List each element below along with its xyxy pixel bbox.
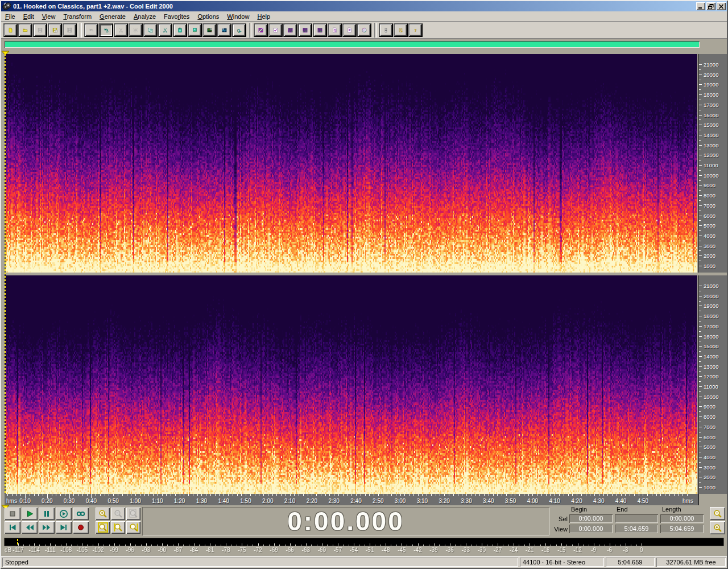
menu-item-analyze[interactable]: Analyze bbox=[130, 12, 160, 21]
toolbar-group-waveform-2-button[interactable] bbox=[298, 23, 312, 37]
sel-end-field[interactable] bbox=[615, 514, 658, 523]
toolbar-group-waveform-1-button[interactable] bbox=[283, 23, 297, 37]
menu-item-options[interactable]: Options bbox=[193, 12, 223, 21]
toolbar-cut-button[interactable] bbox=[158, 23, 172, 37]
freq-tick bbox=[699, 175, 702, 176]
vertical-zoom-out-button[interactable] bbox=[710, 507, 725, 520]
toolbar-batch-process-button[interactable]: Q bbox=[232, 23, 246, 37]
freq-label: 4000 bbox=[704, 233, 715, 239]
zoom-in-button[interactable] bbox=[96, 508, 110, 520]
db-label: -9 bbox=[591, 547, 596, 553]
titlebar[interactable]: 01. Hooked on Classics, part1 +2.wav - C… bbox=[1, 1, 727, 11]
toolbar-mix-paste-button[interactable] bbox=[202, 23, 217, 37]
stop-button[interactable] bbox=[5, 508, 20, 520]
toolbar-repeat-last-command-button[interactable] bbox=[99, 23, 113, 37]
time-tick bbox=[246, 494, 246, 496]
close-button[interactable] bbox=[717, 2, 726, 10]
zoom-in-left-button[interactable] bbox=[111, 521, 125, 534]
toolbar-save-button[interactable] bbox=[33, 23, 47, 37]
fast-forward-button[interactable] bbox=[39, 521, 55, 534]
zoom-to-selection-button[interactable] bbox=[96, 521, 110, 534]
toolbar-convert-sample-type-button[interactable] bbox=[217, 23, 231, 37]
spectrogram-right-channel[interactable] bbox=[5, 275, 697, 494]
toolbar-cue-list-doc-button[interactable]: Q bbox=[328, 23, 342, 37]
time-tick bbox=[281, 494, 282, 496]
minimize-button[interactable] bbox=[696, 2, 705, 10]
freq-tick bbox=[699, 286, 702, 286]
sel-length-field[interactable]: 0:00.000 bbox=[660, 514, 704, 523]
toolbar-save-selection-button[interactable] bbox=[63, 23, 77, 37]
vertical-zoom-in-button[interactable] bbox=[710, 521, 725, 534]
view-length-field[interactable]: 5:04.659 bbox=[660, 525, 704, 533]
zoom-full-button[interactable] bbox=[126, 508, 140, 520]
time-tick bbox=[369, 494, 370, 496]
db-label: -72 bbox=[254, 547, 262, 553]
time-label: 0:50 bbox=[107, 498, 118, 504]
sel-begin-field[interactable]: 0:00.000 bbox=[569, 514, 613, 523]
toolbar-play-list-doc-button[interactable]: P bbox=[342, 23, 357, 37]
menu-item-transform[interactable]: Transform bbox=[59, 12, 96, 21]
freq-tick bbox=[699, 306, 702, 306]
toolbar-open-file-button[interactable] bbox=[18, 23, 32, 37]
toolbar-trim-button[interactable] bbox=[114, 23, 128, 37]
time-tick bbox=[361, 494, 361, 496]
db-label: -12 bbox=[573, 547, 581, 553]
menu-item-window[interactable]: Window bbox=[223, 12, 253, 21]
time-tick bbox=[43, 494, 43, 496]
menu-item-generate[interactable]: Generate bbox=[96, 12, 130, 21]
spectrogram-left-channel[interactable] bbox=[5, 54, 697, 273]
time-tick bbox=[321, 494, 321, 496]
view-end-field[interactable]: 5:04.659 bbox=[615, 525, 658, 533]
freq-label: 16000 bbox=[704, 112, 718, 118]
overview-position-marker[interactable] bbox=[1, 48, 10, 53]
menu-item-view[interactable]: View bbox=[38, 12, 60, 21]
toolbar-group-waveform-3-button[interactable] bbox=[313, 23, 327, 37]
menu-item-file[interactable]: File bbox=[1, 12, 19, 21]
toolbar-cd-player-button[interactable] bbox=[357, 23, 371, 37]
time-tick bbox=[193, 494, 193, 496]
overview-bar[interactable] bbox=[5, 41, 700, 48]
db-label: -81 bbox=[206, 547, 214, 553]
toolbar-undo-button[interactable] bbox=[84, 23, 98, 37]
loop-button[interactable] bbox=[73, 508, 89, 520]
selview-row-sel-label: Sel bbox=[553, 514, 568, 523]
restore-button[interactable] bbox=[706, 2, 715, 10]
view-begin-field[interactable]: 0:00.000 bbox=[569, 525, 613, 533]
toolbar-settings-checkbox-button[interactable] bbox=[268, 23, 283, 37]
toolbar-spectral-view-toggle-button[interactable] bbox=[254, 23, 268, 37]
toolbar-window-tile-button[interactable] bbox=[379, 23, 393, 37]
toolbar-copy-button[interactable] bbox=[143, 23, 158, 37]
toolbar-paste-button[interactable] bbox=[173, 23, 187, 37]
status-format[interactable]: 44100 · 16-bit · Stereo bbox=[520, 558, 604, 567]
rewind-button[interactable] bbox=[22, 521, 38, 534]
db-label: -117 bbox=[13, 547, 23, 553]
menu-item-favorites[interactable]: Favorites bbox=[160, 12, 193, 21]
menu-item-help[interactable]: Help bbox=[253, 12, 274, 21]
record-button[interactable] bbox=[73, 521, 89, 534]
frequency-scale-left[interactable]: 2100020000190001800017000160001500014000… bbox=[698, 54, 727, 273]
time-ruler[interactable]: hmshms0:100:200:300:400:501:001:101:201:… bbox=[5, 494, 698, 505]
time-tick bbox=[316, 494, 317, 496]
frequency-scale-right[interactable]: 2100020000190001800017000160001500014000… bbox=[698, 275, 727, 494]
status-length: 5:04.659 bbox=[606, 558, 655, 567]
freq-minor-tick bbox=[699, 351, 701, 352]
play-button[interactable] bbox=[22, 508, 38, 520]
time-tick bbox=[65, 494, 65, 496]
time-tick bbox=[484, 494, 485, 496]
level-meter[interactable] bbox=[5, 538, 723, 546]
go-to-end-button[interactable] bbox=[56, 521, 72, 534]
go-to-start-button[interactable] bbox=[5, 521, 20, 534]
toolbar-help-button[interactable]: ? bbox=[408, 23, 423, 37]
zoom-out-button[interactable] bbox=[111, 508, 125, 520]
toolbar-scripts-button[interactable] bbox=[394, 23, 408, 37]
toolbar-new-file-button[interactable] bbox=[3, 23, 18, 37]
time-label: 1:20 bbox=[174, 498, 185, 504]
menu-item-edit[interactable]: Edit bbox=[19, 12, 38, 21]
toolbar-save-as-button[interactable] bbox=[48, 23, 62, 37]
play-looped-button[interactable] bbox=[56, 508, 72, 520]
toolbar-paste-to-new-button[interactable] bbox=[188, 23, 202, 37]
pause-button[interactable] bbox=[39, 508, 55, 520]
toolbar-copy-to-new-button[interactable] bbox=[129, 23, 143, 37]
db-label: -39 bbox=[429, 547, 437, 553]
zoom-in-right-button[interactable] bbox=[126, 521, 140, 534]
